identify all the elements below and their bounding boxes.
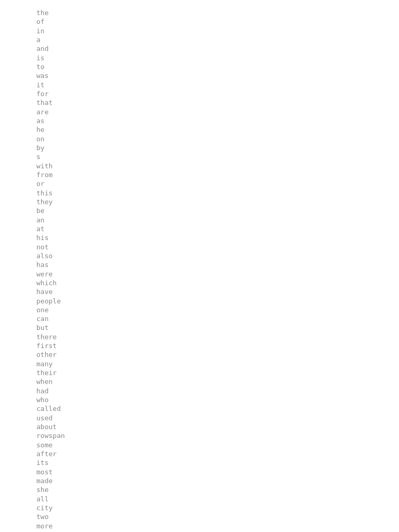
list-item: it (36, 81, 399, 89)
list-item: called (36, 404, 399, 413)
list-item: their (36, 368, 399, 377)
list-item: were (36, 270, 399, 278)
list-item: this (36, 189, 399, 197)
list-item: two (36, 512, 399, 521)
list-item: she (36, 485, 399, 494)
list-item: all (36, 495, 399, 503)
list-item: after (36, 449, 399, 458)
list-item: other (36, 350, 399, 359)
list-item: some (36, 441, 399, 449)
list-item: to (36, 62, 399, 71)
list-item: which (36, 278, 399, 287)
list-item: be (36, 206, 399, 215)
list-item: there (36, 332, 399, 341)
list-item: used (36, 414, 399, 422)
list-item: on (36, 135, 399, 143)
list-item: has (36, 260, 399, 269)
list-item: his (36, 233, 399, 242)
list-item: a (36, 35, 399, 44)
list-item: rowspan (36, 431, 399, 440)
list-item: that (36, 98, 399, 107)
list-item: can (36, 314, 399, 323)
list-item: are (36, 108, 399, 116)
list-item: also (36, 251, 399, 260)
list-item: have (36, 287, 399, 296)
word-list: theofinaandistowasitforthatareasheonbysw… (36, 8, 399, 532)
list-item: people (36, 297, 399, 305)
list-item: is (36, 54, 399, 62)
list-item: s (36, 152, 399, 161)
list-item: at (36, 224, 399, 233)
list-item: or (36, 179, 399, 188)
list-item: about (36, 422, 399, 431)
list-item: they (36, 197, 399, 206)
list-item: city (36, 503, 399, 512)
list-item: the (36, 8, 399, 17)
list-item: with (36, 162, 399, 170)
list-item: more (36, 522, 399, 530)
list-item: not (36, 243, 399, 251)
list-item: one (36, 305, 399, 314)
list-item: most (36, 468, 399, 476)
list-item: was (36, 71, 399, 80)
list-item: as (36, 116, 399, 125)
list-item: who (36, 395, 399, 404)
list-item: he (36, 125, 399, 134)
list-item: had (36, 387, 399, 395)
list-item: from (36, 170, 399, 179)
list-item: an (36, 216, 399, 224)
list-item: of (36, 17, 399, 26)
list-item: many (36, 360, 399, 368)
list-item: first (36, 341, 399, 350)
list-item: by (36, 143, 399, 152)
list-item: for (36, 89, 399, 98)
list-item: and (36, 44, 399, 53)
list-item: when (36, 377, 399, 386)
list-item: but (36, 323, 399, 332)
list-item: its (36, 458, 399, 467)
list-item: in (36, 26, 399, 35)
list-item: made (36, 476, 399, 485)
